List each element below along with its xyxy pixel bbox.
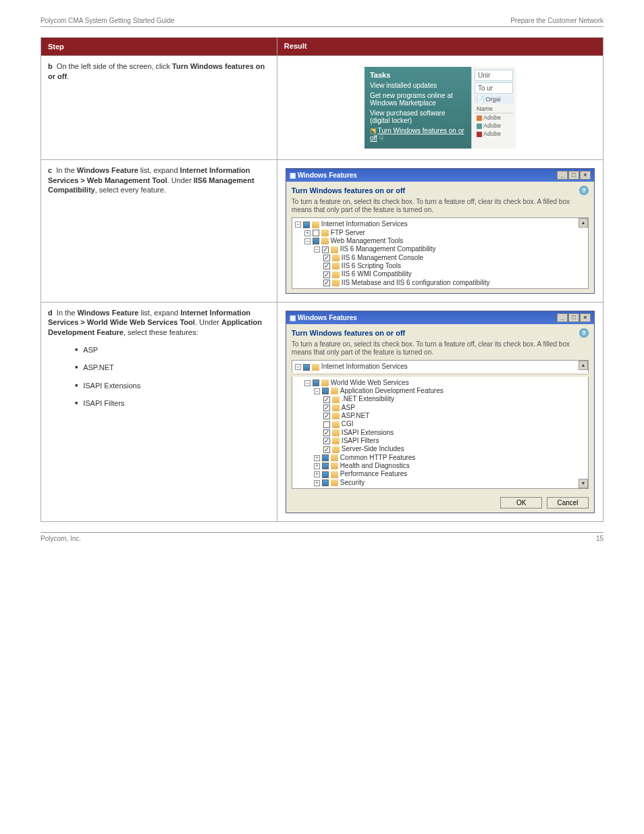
- checkbox[interactable]: [323, 421, 330, 428]
- collapse-icon[interactable]: −: [295, 221, 301, 228]
- task-item[interactable]: View purchased software (digital locker): [370, 109, 466, 124]
- checkbox[interactable]: [323, 396, 330, 403]
- tree-label: CGI: [342, 420, 354, 427]
- list-item: Adobe: [475, 130, 513, 138]
- rp-tour: To ur: [475, 82, 513, 94]
- close-button[interactable]: ×: [580, 313, 591, 322]
- list-item: ISAPI Filters: [75, 398, 270, 408]
- checkbox[interactable]: [322, 454, 329, 461]
- checkbox[interactable]: [323, 280, 330, 286]
- checkbox[interactable]: [323, 263, 330, 269]
- expand-icon[interactable]: +: [314, 471, 320, 477]
- wf-tree-bottom: ▾ −World Wide Web Services −Application …: [292, 377, 589, 490]
- folder-icon: [332, 263, 340, 269]
- list-item: Adobe: [475, 122, 513, 130]
- wf-titlebar: ▦ Windows Features _ □ ×: [286, 169, 594, 182]
- checkbox[interactable]: [323, 413, 330, 419]
- table-row: c In the Windows Feature list, expand In…: [41, 160, 603, 303]
- close-button[interactable]: ×: [580, 171, 591, 180]
- footer-right: 15: [596, 535, 603, 542]
- list-item: ISAPI Extensions: [75, 381, 270, 390]
- checkbox[interactable]: [313, 230, 319, 236]
- list-item: Adobe: [475, 113, 513, 122]
- checkbox[interactable]: [323, 255, 330, 261]
- footer-left: Polycom, Inc.: [41, 535, 81, 542]
- checkbox[interactable]: [313, 380, 319, 386]
- help-icon[interactable]: ?: [579, 186, 589, 195]
- scroll-up-button[interactable]: ▴: [579, 218, 588, 228]
- expand-icon[interactable]: +: [314, 455, 320, 461]
- folder-icon: [332, 438, 340, 444]
- checkbox[interactable]: [322, 246, 329, 253]
- folder-icon: [331, 454, 338, 461]
- checkbox[interactable]: [322, 388, 329, 394]
- folder-icon: [332, 446, 340, 453]
- checkbox[interactable]: [322, 479, 329, 486]
- minimize-button[interactable]: _: [557, 313, 568, 322]
- checkbox[interactable]: [323, 405, 330, 411]
- ok-button[interactable]: OK: [500, 497, 542, 509]
- wf-titlebar: ▦ Windows Features _ □ ×: [286, 311, 594, 324]
- tree-item: .NET Extensibility: [323, 395, 577, 402]
- collapse-icon[interactable]: −: [295, 364, 301, 370]
- checkbox[interactable]: [322, 463, 329, 469]
- header-left: Polycom CMA System Getting Started Guide: [41, 17, 174, 24]
- expand-icon[interactable]: +: [314, 480, 320, 486]
- tree-item: ASP: [323, 404, 577, 411]
- collapse-icon[interactable]: −: [304, 380, 311, 386]
- folder-icon: [331, 471, 338, 478]
- rp-orga: 📄 Orgai: [475, 95, 513, 103]
- checkbox[interactable]: [323, 271, 330, 278]
- folder-icon: [331, 246, 338, 253]
- checkbox[interactable]: [323, 446, 330, 453]
- checkbox[interactable]: [313, 238, 319, 244]
- link-text: Turn Windows features on or off: [370, 127, 464, 142]
- folder-icon: [331, 463, 338, 469]
- minimize-button[interactable]: _: [557, 171, 568, 180]
- cursor-icon: ☟: [379, 134, 383, 142]
- app-icon: [477, 132, 482, 137]
- step-letter: b: [48, 62, 53, 70]
- folder-icon: [321, 230, 329, 236]
- maximize-button[interactable]: □: [568, 313, 579, 322]
- header-right: Prepare the Customer Network: [510, 17, 603, 24]
- windows-features-dialog: ▦ Windows Features _ □ × Turn Windows fe…: [286, 168, 595, 294]
- checkbox[interactable]: [303, 221, 310, 228]
- result-cell-b: Tasks View installed updates Get new pro…: [277, 56, 603, 160]
- scroll-down-button[interactable]: ▾: [579, 479, 588, 488]
- wf-tree-top: ▴ −Internet Information Services: [292, 360, 589, 372]
- instruction-table: Step Result b On the left side of the sc…: [41, 37, 603, 522]
- wf-tree: ▴ −Internet Information Services +FTP Se…: [292, 217, 589, 289]
- tree-item: ISAPI Extensions: [323, 429, 577, 436]
- tree-label: Server-Side Includes: [342, 445, 404, 452]
- collapse-icon[interactable]: −: [314, 246, 320, 253]
- programs-pane: Unir To ur 📄 Orgai Name Adobe Adobe Adob…: [471, 67, 516, 149]
- step-cell-c: c In the Windows Feature list, expand In…: [41, 160, 277, 303]
- col-result: Result: [277, 38, 603, 56]
- tree-label: ASP.NET: [342, 412, 370, 419]
- folder-icon: [321, 238, 329, 244]
- expand-icon[interactable]: +: [304, 230, 311, 236]
- help-icon[interactable]: ?: [579, 328, 589, 338]
- task-item[interactable]: View installed updates: [370, 82, 466, 89]
- wf-desc: To turn a feature on, select its check b…: [292, 198, 589, 213]
- checkbox[interactable]: [323, 429, 330, 436]
- folder-icon: [331, 388, 338, 394]
- shield-icon: ⬔: [370, 127, 376, 134]
- checkbox[interactable]: [303, 364, 310, 371]
- organize-icon: 📄: [477, 96, 484, 103]
- folder-icon: [312, 364, 319, 371]
- scroll-up-button[interactable]: ▴: [579, 361, 588, 370]
- checkbox[interactable]: [322, 471, 329, 478]
- collapse-icon[interactable]: −: [314, 388, 320, 394]
- turn-features-link[interactable]: ⬔ Turn Windows features on or off ☟: [370, 127, 466, 142]
- maximize-button[interactable]: □: [568, 171, 579, 180]
- folder-icon: [332, 421, 340, 428]
- wf-heading: Turn Windows features on or off: [292, 329, 405, 337]
- windows-features-dialog: ▦ Windows Features _ □ × Turn Windows fe…: [286, 311, 595, 513]
- checkbox[interactable]: [323, 438, 330, 444]
- collapse-icon[interactable]: −: [304, 238, 311, 244]
- task-item[interactable]: Get new programs online at Windows Marke…: [370, 92, 466, 107]
- expand-icon[interactable]: +: [314, 463, 320, 469]
- cancel-button[interactable]: Cancel: [547, 497, 589, 509]
